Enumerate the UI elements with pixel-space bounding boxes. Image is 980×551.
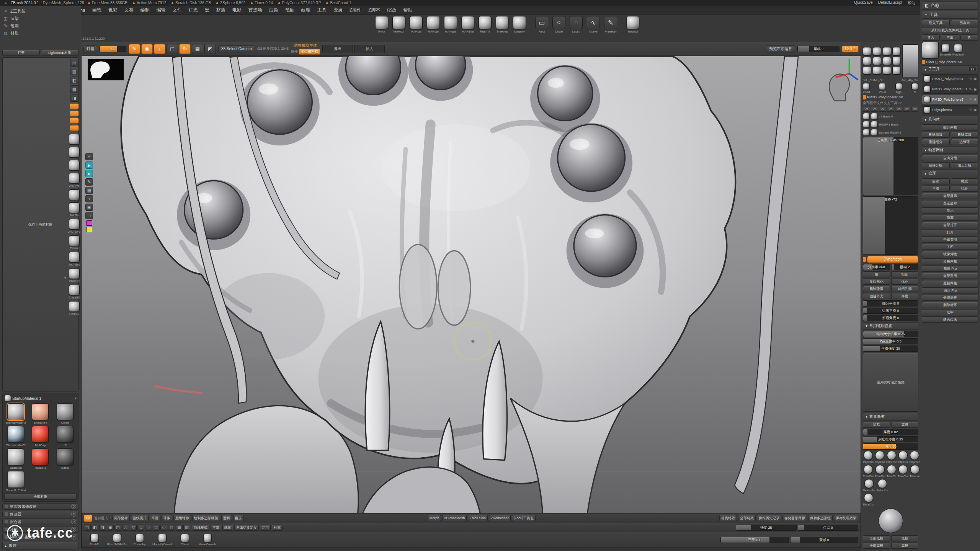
history-action-button[interactable]: 全部特效: [738, 515, 756, 521]
help-icon[interactable]: ?: [71, 519, 76, 524]
mode-button[interactable]: ＋: [154, 44, 165, 54]
tool-item-thumb[interactable]: [941, 44, 950, 52]
mini-tool-icon[interactable]: ▭: [160, 525, 167, 531]
quick-brush[interactable]: RbshTr: [84, 534, 105, 546]
titlebar-action[interactable]: QuickSave: [854, 0, 872, 6]
geometry-button[interactable]: 删除隐藏: [863, 286, 890, 292]
dynamesh-slider[interactable]: 模糊 2: [891, 264, 918, 270]
shelf-brush[interactable]: MAHspli: [426, 16, 441, 33]
tool-item[interactable]: SimpleB: [940, 44, 951, 56]
material-sphere[interactable]: [32, 403, 49, 420]
tool-section-button[interactable]: 平滑: [922, 186, 950, 192]
bottom-slider[interactable]: 强度 100: [720, 537, 789, 543]
mini-tool-icon[interactable]: ▽: [130, 525, 137, 531]
brush-thumbnail-icon[interactable]: [626, 16, 639, 29]
quick-brush[interactable]: CurveAlp: [129, 534, 150, 546]
tool-shortcut-button[interactable]: Morph: [428, 515, 441, 521]
tool-file-button[interactable]: 导出: [941, 34, 959, 41]
pair-thumb[interactable]: [871, 129, 878, 136]
material-header-button[interactable]: LightBox▶材质: [41, 50, 78, 56]
geometry-action-button[interactable]: 全部打开: [922, 222, 978, 228]
shelf-brush[interactable]: RbshTr: [477, 16, 493, 33]
quick-brush[interactable]: Chisel: [174, 534, 196, 546]
material-swatch[interactable]: Chrome MatCap: [4, 426, 27, 447]
tool-item[interactable]: PolySph: [952, 44, 964, 56]
tool-section-button[interactable]: 膨胀: [922, 178, 950, 184]
tray-item[interactable]: ✕ Z工具架: [2, 8, 78, 15]
quick-brush[interactable]: MoveCurveH: [197, 534, 218, 546]
geometry-button[interactable]: 优化: [891, 279, 918, 285]
tray-item[interactable]: ◍ 材质: [2, 29, 78, 37]
strip-icon[interactable]: ◧: [70, 77, 78, 84]
tool-thumb[interactable]: [883, 66, 891, 75]
subtool-mini-tab[interactable]: V3: [871, 107, 878, 112]
dynamesh-button[interactable]: Dynamesh: [867, 256, 918, 263]
material-sphere[interactable]: [7, 426, 24, 443]
strip-brush[interactable]: JnL_Slid: [68, 252, 80, 266]
mini-tool-icon[interactable]: ◨: [99, 525, 106, 531]
strip-brush[interactable]: [68, 160, 80, 171]
sculpt-mode[interactable]: Zadd: [863, 83, 870, 94]
clip-brush[interactable]: ClipCur: [875, 451, 885, 464]
mini-tool-icon[interactable]: △: [122, 525, 129, 531]
subtool-row[interactable]: PM3D_PolySphere9 ✎ ◉: [922, 95, 978, 104]
orange-toggle[interactable]: [70, 111, 79, 116]
tool-thumb[interactable]: [883, 57, 891, 65]
tool-thumb[interactable]: [873, 57, 881, 65]
geometry-action-button[interactable]: 全部重组: [922, 273, 978, 279]
stroke-mode-button[interactable]: 对称: [272, 525, 283, 531]
clip-brush-thumb[interactable]: [910, 451, 919, 460]
material-swatch[interactable]: SuperS_C MatCap: [4, 471, 27, 492]
tool-shortcut-button[interactable]: [Focu]工具包: [512, 515, 536, 521]
menu-item[interactable]: 文档: [121, 7, 137, 13]
strip-icon[interactable]: ▩: [70, 85, 78, 93]
shelf-brush[interactable]: Magnify: [512, 16, 527, 33]
trim-brush[interactable]: TrimCir: [887, 465, 897, 478]
geometry-button[interactable]: 多边形化: [863, 279, 890, 285]
geometry-action-button[interactable]: 删除循环: [922, 302, 978, 308]
mini-tool-icon[interactable]: ○: [145, 525, 152, 531]
select-brush[interactable]: SelectPe: [863, 479, 875, 492]
display-toggle-button[interactable]: 幽灵: [233, 515, 244, 521]
subpalette-row[interactable]: 材质效果修改器 ?: [2, 503, 78, 510]
current-tool-thumb[interactable]: [922, 42, 939, 59]
quick-brush[interactable]: RbshTrWM Pro: [106, 534, 128, 546]
subtool-mini-tab[interactable]: V2: [863, 107, 870, 112]
tool-thumb[interactable]: [863, 47, 871, 55]
strip-brush-thumb[interactable]: [69, 219, 80, 230]
lightbox-button[interactable]: 灯箱: [83, 46, 97, 52]
tool-section-header[interactable]: ▾变形: [922, 170, 978, 177]
display-toggle-button[interactable]: 曲线模式: [131, 515, 149, 521]
menu-item[interactable]: 编辑: [153, 7, 169, 13]
quick-brush-thumb[interactable]: [181, 534, 189, 542]
geometry-action-button[interactable]: 倒角 Pro: [922, 287, 978, 293]
tool-thumb[interactable]: [863, 57, 871, 65]
shelf-brush[interactable]: ThiHvab: [495, 16, 510, 33]
pair-thumb[interactable]: [863, 121, 870, 128]
canvas-tool-icon[interactable]: ►: [85, 170, 93, 177]
strip-brush-thumb[interactable]: [69, 189, 80, 200]
trim-brush-thumb[interactable]: [864, 465, 873, 474]
trim-brush-thumb[interactable]: [875, 465, 885, 474]
strip-brush-thumb[interactable]: [69, 235, 80, 246]
menu-item[interactable]: 宏: [201, 7, 213, 13]
mode-button[interactable]: ▦: [192, 44, 203, 54]
stroke-mode-button[interactable]: 自由切换定义: [234, 525, 259, 531]
shelf-stroke[interactable]: ◌ Lasso: [568, 16, 584, 33]
strip-brush[interactable]: [68, 134, 80, 145]
mini-tool-icon[interactable]: ◇: [137, 525, 144, 531]
tool-section-header[interactable]: ▾动态网格: [922, 146, 978, 154]
material-swatch[interactable]: Chise: [54, 403, 77, 424]
movie-section-header[interactable]: ▸ 影片: [2, 542, 78, 549]
shelf-brush[interactable]: Pivot: [374, 16, 389, 33]
orange-toggle[interactable]: [70, 118, 79, 124]
canvas-tool-icon[interactable]: ✎: [85, 178, 93, 186]
subtool-mini-tab[interactable]: V7: [903, 107, 910, 112]
geometry-action-button[interactable]: 全部关闭: [922, 236, 978, 243]
strip-icon[interactable]: ▤: [70, 59, 78, 67]
alpha-preview[interactable]: [88, 59, 124, 80]
stroke-icon[interactable]: ○: [552, 16, 565, 29]
dynamesh-slider[interactable]: 分辨率 360: [863, 264, 890, 270]
tool-section-button[interactable]: 锐化: [951, 186, 979, 192]
stroke-icon[interactable]: ✎: [604, 16, 617, 29]
